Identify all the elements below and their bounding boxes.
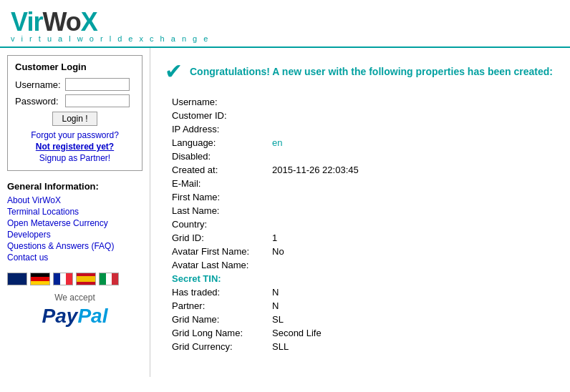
flags-row [7,273,142,285]
flag-es[interactable] [76,273,96,285]
logo: VirWoX [11,7,559,37]
property-row: Avatar First Name:No [172,246,556,257]
property-row: Partner:N [172,300,556,311]
property-value: en [272,137,282,148]
not-registered-link[interactable]: Not registered yet? [15,142,135,152]
password-input[interactable] [65,94,130,107]
terminal-locations-link[interactable]: Terminal Locations [7,207,142,217]
property-row: Username: [172,97,556,107]
faq-link[interactable]: Questions & Answers (FAQ) [7,241,142,251]
property-row: Created at:2015-11-26 22:03:45 [172,165,556,175]
username-label: Username: [15,79,65,90]
property-row: Language:en [172,137,556,148]
property-label: Grid Name: [172,314,272,325]
property-value: No [272,246,284,257]
password-row: Password: [15,94,135,107]
signup-partner-link[interactable]: Signup as Partner! [15,153,135,163]
flag-it[interactable] [99,273,119,285]
password-label: Password: [15,96,65,107]
property-row: Grid Long Name:Second Life [172,328,556,338]
property-value: 2015-11-26 22:03:45 [272,165,359,175]
property-row: Disabled: [172,151,556,162]
property-label: Grid Long Name: [172,328,272,338]
property-label: Username: [172,97,272,107]
we-accept-label: We accept [7,293,142,303]
paypal-section: We accept PayPal [7,293,142,328]
property-label: Last Name: [172,205,272,216]
property-row: Customer ID: [172,110,556,121]
property-label: Grid ID: [172,232,272,243]
property-label: Country: [172,219,272,230]
property-row: E-Mail: [172,178,556,189]
header: VirWoX v i r t u a l w o r l d e x c h a… [0,0,570,48]
username-row: Username: [15,78,135,91]
paypal-logo: PayPal [7,305,142,328]
property-row: Last Name: [172,205,556,216]
about-virwox-link[interactable]: About VirWoX [7,195,142,205]
main-layout: Customer Login Username: Password: Login… [0,48,570,377]
logo-tagline: v i r t u a l w o r l d e x c h a n g e [11,34,559,43]
property-label: IP Address: [172,124,272,134]
general-info: General Information: About VirWoX Termin… [7,181,142,263]
flag-uk[interactable] [7,273,27,285]
open-metaverse-link[interactable]: Open Metaverse Currency [7,218,142,228]
property-label: Secret TIN: [172,273,272,284]
customer-login-box: Customer Login Username: Password: Login… [7,55,142,171]
property-value: Second Life [272,328,322,338]
property-label: E-Mail: [172,178,272,189]
property-row: Grid ID:1 [172,232,556,243]
property-label: Disabled: [172,151,272,162]
username-input[interactable] [65,78,130,91]
general-info-title: General Information: [7,181,142,192]
property-value: SLL [272,341,289,352]
property-value: 1 [272,232,277,243]
property-label: Has traded: [172,287,272,298]
property-label: Customer ID: [172,110,272,121]
login-btn-row: Login ! [15,112,135,126]
contact-us-link[interactable]: Contact us [7,253,142,263]
login-button[interactable]: Login ! [52,112,97,126]
congrats-header: ✔ Congratulations! A new user with the f… [165,59,556,84]
flag-fr[interactable] [53,273,73,285]
property-label: Language: [172,137,272,148]
property-row: Grid Name:SL [172,314,556,325]
property-row: IP Address: [172,124,556,134]
property-label: Partner: [172,300,272,311]
property-row: Grid Currency:SLL [172,341,556,352]
property-row: First Name: [172,192,556,202]
property-label: Grid Currency: [172,341,272,352]
developers-link[interactable]: Developers [7,230,142,240]
forgot-password-link[interactable]: Forgot your password? [15,130,135,140]
property-row: Country: [172,219,556,230]
property-label: Created at: [172,165,272,175]
property-label: First Name: [172,192,272,202]
properties-table: Username:Customer ID:IP Address:Language… [172,97,556,352]
property-label: Avatar Last Name: [172,260,272,270]
property-value: SL [272,314,284,325]
login-title: Customer Login [15,62,135,72]
property-row: Avatar Last Name: [172,260,556,270]
flag-de[interactable] [30,273,50,285]
congrats-text: Congratulations! A new user with the fol… [190,66,553,77]
sidebar: Customer Login Username: Password: Login… [0,48,150,377]
property-value: N [272,300,279,311]
property-label: Avatar First Name: [172,246,272,257]
property-row: Secret TIN: [172,273,556,284]
checkmark-icon: ✔ [165,59,183,84]
content-area: ✔ Congratulations! A new user with the f… [150,48,570,366]
property-value: N [272,287,279,298]
property-row: Has traded:N [172,287,556,298]
